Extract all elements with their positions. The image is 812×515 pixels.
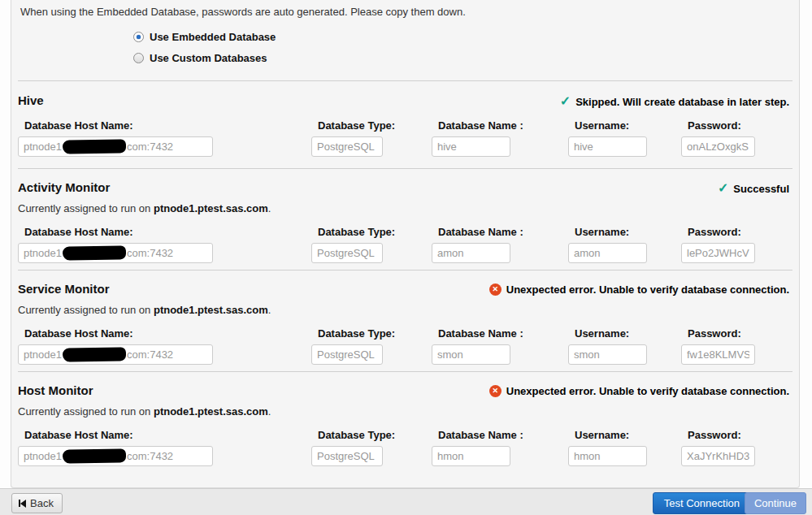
database-name-input[interactable] — [432, 243, 510, 263]
username-input[interactable] — [568, 344, 647, 365]
field-username: Username: — [568, 327, 647, 365]
error-icon: ✕ — [489, 385, 502, 397]
field-label: Username: — [575, 327, 647, 340]
username-input[interactable] — [568, 446, 647, 466]
field-label: Password: — [688, 119, 755, 132]
assigned-host: ptnode1.ptest.sas.com — [154, 304, 268, 316]
section-divider — [18, 168, 792, 169]
host-prefix: ptnode1 — [24, 247, 62, 259]
section-hive: Hive ✓ Skipped. Will create database in … — [11, 87, 799, 168]
radio-selected-icon[interactable] — [133, 32, 144, 42]
field-database-host: Database Host Name: ptnode1 com:7432 — [18, 119, 213, 157]
status-message: ✕ Unexpected error. Unable to verify dat… — [489, 283, 789, 296]
section-title: Activity Monitor — [18, 180, 110, 194]
host-suffix: com:7432 — [127, 141, 173, 153]
assigned-host-line: Currently assigned to run on ptnode1.pte… — [18, 202, 271, 214]
field-password: Password: — [681, 226, 755, 263]
field-database-type: Database Type: — [311, 429, 395, 466]
field-label: Database Name : — [438, 429, 523, 441]
test-connection-button[interactable]: Test Connection — [653, 492, 751, 514]
database-host-input[interactable]: ptnode1 com:7432 — [18, 344, 213, 365]
database-host-input[interactable]: ptnode1 com:7432 — [18, 136, 213, 157]
section-title: Hive — [18, 93, 44, 107]
redaction-blob — [63, 448, 126, 463]
check-icon: ✓ — [560, 95, 571, 108]
status-text: Skipped. Will create database in later s… — [575, 96, 789, 108]
field-label: Database Name : — [438, 119, 523, 132]
field-password: Password: — [681, 429, 755, 466]
database-type-input[interactable] — [311, 136, 383, 157]
host-prefix: ptnode1 — [24, 348, 62, 361]
back-button[interactable]: Back — [11, 493, 63, 513]
password-input[interactable] — [681, 344, 755, 365]
field-label: Database Host Name: — [24, 327, 213, 340]
assigned-host: ptnode1.ptest.sas.com — [154, 202, 268, 214]
status-text: Successful — [733, 183, 789, 195]
database-host-input[interactable]: ptnode1 com:7432 — [18, 243, 213, 263]
redaction-blob — [63, 139, 126, 154]
section-host-monitor: Host Monitor ✕ Unexpected error. Unable … — [11, 378, 799, 473]
field-label: Database Type: — [318, 226, 395, 238]
host-suffix: com:7432 — [127, 348, 173, 361]
footer-bar: Back Test Connection Continue — [0, 488, 812, 515]
host-suffix: com:7432 — [127, 450, 173, 462]
database-name-input[interactable] — [432, 446, 510, 466]
field-database-type: Database Type: — [311, 119, 395, 157]
database-setup-panel: When using the Embedded Database, passwo… — [11, 0, 800, 488]
password-input[interactable] — [681, 243, 755, 263]
field-label: Database Host Name: — [24, 429, 213, 441]
host-prefix: ptnode1 — [24, 141, 62, 153]
status-text: Unexpected error. Unable to verify datab… — [506, 385, 789, 397]
password-input[interactable] — [681, 136, 755, 157]
field-password: Password: — [681, 327, 755, 365]
redaction-blob — [63, 347, 126, 361]
field-label: Database Type: — [318, 119, 395, 132]
status-message: ✓ Skipped. Will create database in later… — [560, 95, 789, 108]
database-name-input[interactable] — [432, 136, 510, 157]
field-label: Database Name : — [438, 226, 523, 238]
host-prefix: ptnode1 — [24, 450, 62, 462]
database-type-input[interactable] — [311, 446, 383, 466]
field-database-host: Database Host Name: ptnode1 com:7432 — [18, 226, 213, 263]
database-type-input[interactable] — [311, 344, 383, 365]
field-label: Database Type: — [318, 429, 395, 441]
radio-use-embedded-database[interactable]: Use Embedded Database — [133, 31, 276, 43]
host-suffix: com:7432 — [127, 247, 173, 259]
step-backward-icon — [19, 500, 26, 508]
section-title: Service Monitor — [18, 282, 110, 296]
assigned-host-line: Currently assigned to run on ptnode1.pte… — [18, 304, 271, 316]
field-label: Username: — [575, 429, 647, 441]
username-input[interactable] — [568, 243, 647, 263]
database-host-input[interactable]: ptnode1 com:7432 — [18, 446, 213, 466]
status-message: ✕ Unexpected error. Unable to verify dat… — [489, 385, 789, 397]
radio-unselected-icon[interactable] — [133, 53, 144, 63]
database-name-input[interactable] — [432, 344, 510, 365]
field-password: Password: — [681, 119, 755, 157]
status-text: Unexpected error. Unable to verify datab… — [506, 283, 789, 296]
field-label: Database Host Name: — [24, 226, 213, 238]
check-icon: ✓ — [718, 182, 728, 195]
continue-button[interactable]: Continue — [745, 492, 806, 514]
username-input[interactable] — [568, 136, 647, 157]
field-database-name: Database Name : — [432, 327, 523, 365]
redaction-blob — [63, 245, 126, 260]
field-label: Password: — [688, 429, 755, 441]
database-type-input[interactable] — [311, 243, 383, 263]
error-icon: ✕ — [489, 283, 502, 296]
back-button-label: Back — [30, 497, 54, 509]
radio-label: Use Custom Databases — [150, 52, 267, 64]
field-username: Username: — [568, 429, 647, 466]
section-divider — [18, 371, 792, 372]
section-service-monitor: Service Monitor ✕ Unexpected error. Unab… — [11, 276, 799, 371]
assigned-host: ptnode1.ptest.sas.com — [154, 405, 268, 418]
radio-use-custom-databases[interactable]: Use Custom Databases — [133, 52, 267, 64]
field-label: Database Host Name: — [24, 119, 213, 132]
field-database-name: Database Name : — [432, 119, 523, 157]
field-label: Username: — [575, 119, 647, 132]
password-input[interactable] — [681, 446, 755, 466]
field-database-type: Database Type: — [311, 327, 395, 365]
field-database-host: Database Host Name: ptnode1 com:7432 — [18, 327, 213, 365]
field-database-host: Database Host Name: ptnode1 com:7432 — [18, 429, 213, 466]
field-label: Database Name : — [438, 327, 523, 340]
field-database-type: Database Type: — [311, 226, 395, 263]
